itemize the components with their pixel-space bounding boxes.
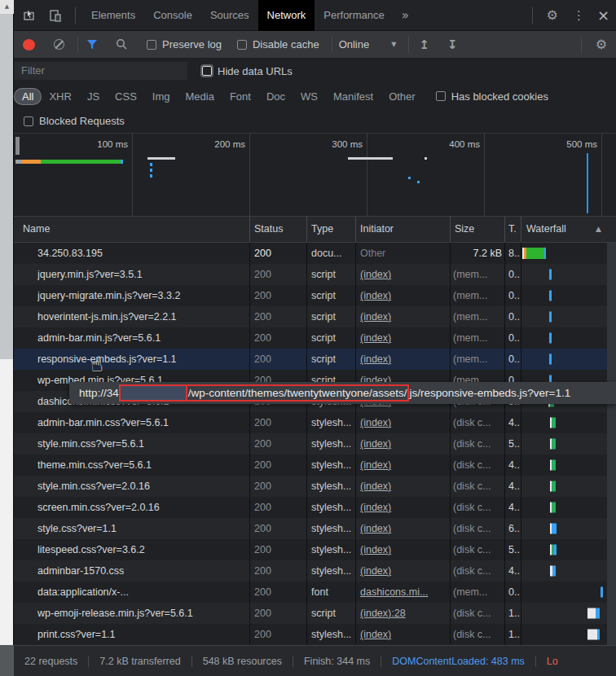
export-har-icon[interactable]: ↧ — [444, 37, 461, 52]
import-har-icon[interactable]: ↥ — [416, 37, 433, 52]
column-header-name[interactable]: Name — [23, 217, 50, 242]
table-row[interactable]: 34.250.83.195200docu...Other7.2 kB8.. — [14, 243, 616, 264]
hide-data-urls-checkbox[interactable] — [202, 66, 212, 76]
request-initiator[interactable]: (index) — [360, 476, 448, 497]
table-row[interactable]: print.css?ver=1.1200stylesh...(index)(di… — [14, 624, 616, 645]
request-initiator[interactable]: (index) — [360, 285, 448, 306]
network-overview-timeline[interactable]: 100 ms200 ms300 ms400 ms500 ms — [14, 133, 616, 216]
filter-pill-all[interactable]: All — [15, 89, 41, 104]
search-icon[interactable] — [99, 38, 128, 50]
column-header-t[interactable]: T. — [508, 217, 517, 242]
page-scrollbar-thumb[interactable] — [0, 14, 13, 359]
column-header-waterfall[interactable]: Waterfall — [526, 217, 566, 242]
clear-network-log-icon[interactable] — [54, 39, 64, 50]
column-header-size[interactable]: Size — [455, 217, 474, 242]
filter-pill-xhr[interactable]: XHR — [42, 89, 78, 104]
table-row[interactable]: admin-bar.min.js?ver=5.6.1200script(inde… — [14, 327, 616, 349]
table-row[interactable]: wp-emoji-release.min.js?ver=5.6.1200scri… — [14, 603, 616, 624]
table-row[interactable]: style.min.css?ver=5.6.1200stylesh...(ind… — [14, 433, 616, 454]
request-name[interactable]: adminbar-1570.css — [37, 560, 248, 582]
filter-input[interactable]: Filter — [15, 62, 187, 80]
filter-pill-css[interactable]: CSS — [108, 89, 144, 104]
table-row[interactable]: theme.min.css?ver=5.6.1200stylesh...(ind… — [14, 454, 616, 476]
table-row[interactable]: litespeed.css?ver=3.6.2200stylesh...(ind… — [14, 539, 616, 560]
request-name[interactable]: theme.min.css?ver=5.6.1 — [37, 454, 248, 476]
device-toolbar-icon[interactable] — [42, 9, 68, 22]
request-initiator[interactable]: (index) — [360, 518, 448, 539]
request-name[interactable]: 34.250.83.195 — [37, 243, 248, 264]
close-devtools-icon[interactable]: × — [592, 7, 616, 24]
request-name[interactable]: screen.min.css?ver=2.0.16 — [37, 497, 248, 518]
request-name[interactable]: print.css?ver=1.1 — [37, 624, 248, 645]
request-name[interactable]: litespeed.css?ver=3.6.2 — [37, 539, 248, 560]
blocked-requests-checkbox[interactable] — [24, 116, 33, 126]
request-initiator[interactable]: (index) — [360, 349, 448, 370]
throttling-select[interactable]: Online — [339, 38, 370, 50]
filter-pill-ws[interactable]: WS — [293, 89, 325, 104]
request-initiator[interactable]: (index) — [360, 560, 448, 582]
table-row[interactable]: jquery-migrate.min.js?ver=3.3.2200script… — [14, 285, 616, 306]
request-name[interactable]: style.min.css?ver=2.0.16 — [37, 476, 248, 497]
header-divider — [249, 217, 250, 242]
request-name[interactable]: admin-bar.min.js?ver=5.6.1 — [37, 327, 248, 349]
request-initiator[interactable]: (index) — [360, 306, 448, 327]
tab-network[interactable]: Network — [258, 0, 315, 31]
column-header-initiator[interactable]: Initiator — [360, 217, 394, 242]
request-initiator[interactable]: (index):28 — [360, 603, 448, 624]
filter-pill-other[interactable]: Other — [381, 89, 423, 104]
page-scrollbar[interactable]: ▲ — [0, 0, 14, 676]
table-row[interactable]: jquery.min.js?ver=3.5.1200script(index)(… — [14, 264, 616, 285]
filter-pill-doc[interactable]: Doc — [259, 89, 293, 104]
tab-sources[interactable]: Sources — [201, 0, 258, 31]
request-initiator[interactable]: (index) — [360, 412, 448, 433]
table-row[interactable]: admin-bar.min.css?ver=5.6.1200stylesh...… — [14, 412, 616, 433]
record-network-log-button[interactable] — [23, 39, 35, 50]
request-name[interactable]: data:application/x-... — [37, 582, 248, 603]
tab-elements[interactable]: Elements — [82, 0, 144, 31]
tab-console[interactable]: Console — [144, 0, 201, 31]
request-initiator[interactable]: (index) — [360, 497, 448, 518]
request-initiator[interactable]: (index) — [360, 624, 448, 645]
scrollbar-up-arrow-icon[interactable]: ▲ — [0, 0, 14, 14]
table-row[interactable]: data:application/x-...200fontdashicons.m… — [14, 582, 616, 603]
request-name[interactable]: responsive-embeds.js?ver=1.1 — [37, 349, 248, 370]
table-row[interactable]: responsive-embeds.js?ver=1.1200script(in… — [14, 349, 616, 370]
request-name[interactable]: style.css?ver=1.1 — [37, 518, 248, 539]
request-name[interactable]: wp-emoji-release.min.js?ver=5.6.1 — [37, 603, 248, 624]
network-settings-gear-icon[interactable]: ⚙ — [588, 37, 614, 52]
request-name[interactable]: admin-bar.min.css?ver=5.6.1 — [37, 412, 248, 433]
request-initiator[interactable]: dashicons.mi... — [360, 582, 448, 603]
table-row[interactable]: adminbar-1570.css200stylesh...(index)(di… — [14, 560, 616, 582]
request-name[interactable]: style.min.css?ver=5.6.1 — [37, 433, 248, 454]
filter-pill-manifest[interactable]: Manifest — [326, 89, 381, 104]
inspect-element-icon[interactable] — [14, 8, 42, 22]
table-row[interactable]: hoverintent-js.min.js?ver=2.2.1200script… — [14, 306, 616, 327]
filter-pill-font[interactable]: Font — [222, 89, 258, 104]
request-initiator[interactable]: (index) — [360, 264, 448, 285]
request-initiator[interactable]: (index) — [360, 327, 448, 349]
more-tabs-icon[interactable]: » — [394, 8, 417, 23]
request-name[interactable]: jquery.min.js?ver=3.5.1 — [37, 264, 248, 285]
filter-pill-img[interactable]: Img — [145, 89, 178, 104]
kebab-menu-icon[interactable]: ⋮ — [565, 8, 592, 23]
filter-funnel-icon[interactable] — [85, 40, 99, 50]
disable-cache-checkbox[interactable] — [237, 40, 247, 50]
request-initiator[interactable]: (index) — [360, 454, 448, 476]
request-initiator[interactable]: (index) — [360, 433, 448, 454]
request-name[interactable]: hoverintent-js.min.js?ver=2.2.1 — [37, 306, 248, 327]
request-size: (mem... — [453, 582, 502, 603]
tab-performance[interactable]: Performance — [315, 0, 393, 31]
preserve-log-checkbox[interactable] — [147, 40, 156, 50]
table-row[interactable]: screen.min.css?ver=2.0.16200stylesh...(i… — [14, 497, 616, 518]
filter-pill-js[interactable]: JS — [80, 89, 107, 104]
request-initiator[interactable]: (index) — [360, 539, 448, 560]
column-header-status[interactable]: Status — [254, 217, 283, 242]
filter-pill-media[interactable]: Media — [178, 89, 221, 104]
has-blocked-cookies-checkbox[interactable] — [436, 91, 446, 101]
column-header-type[interactable]: Type — [311, 217, 333, 242]
table-row[interactable]: style.min.css?ver=2.0.16200stylesh...(in… — [14, 476, 616, 497]
request-name[interactable]: jquery-migrate.min.js?ver=3.3.2 — [37, 285, 248, 306]
table-row[interactable]: style.css?ver=1.1200stylesh...(index)(di… — [14, 518, 616, 539]
settings-gear-icon[interactable]: ⚙ — [539, 7, 565, 23]
table-scrollbar[interactable] — [607, 243, 616, 645]
